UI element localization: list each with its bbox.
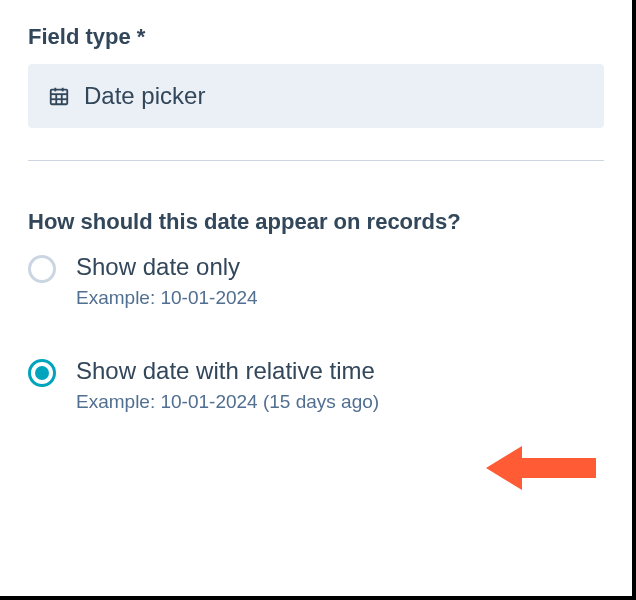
divider — [28, 160, 604, 161]
radio-example: Example: 10-01-2024 (15 days ago) — [76, 391, 379, 413]
field-type-select[interactable]: Date picker — [28, 64, 604, 128]
radio-label: Show date with relative time — [76, 357, 379, 385]
svg-rect-0 — [51, 90, 68, 105]
radio-option-relative-time[interactable]: Show date with relative time Example: 10… — [28, 357, 604, 413]
radio-label: Show date only — [76, 253, 258, 281]
radio-content: Show date only Example: 10-01-2024 — [76, 253, 258, 309]
arrow-annotation — [486, 438, 606, 498]
question-label: How should this date appear on records? — [28, 209, 604, 235]
radio-button-selected[interactable] — [28, 359, 56, 387]
radio-content: Show date with relative time Example: 10… — [76, 357, 379, 413]
calendar-icon — [48, 85, 70, 107]
radio-option-date-only[interactable]: Show date only Example: 10-01-2024 — [28, 253, 604, 309]
radio-example: Example: 10-01-2024 — [76, 287, 258, 309]
radio-button-unselected[interactable] — [28, 255, 56, 283]
field-type-label: Field type * — [28, 24, 604, 50]
field-type-value: Date picker — [84, 82, 205, 110]
radio-group: Show date only Example: 10-01-2024 Show … — [28, 253, 604, 413]
svg-marker-7 — [486, 446, 596, 490]
